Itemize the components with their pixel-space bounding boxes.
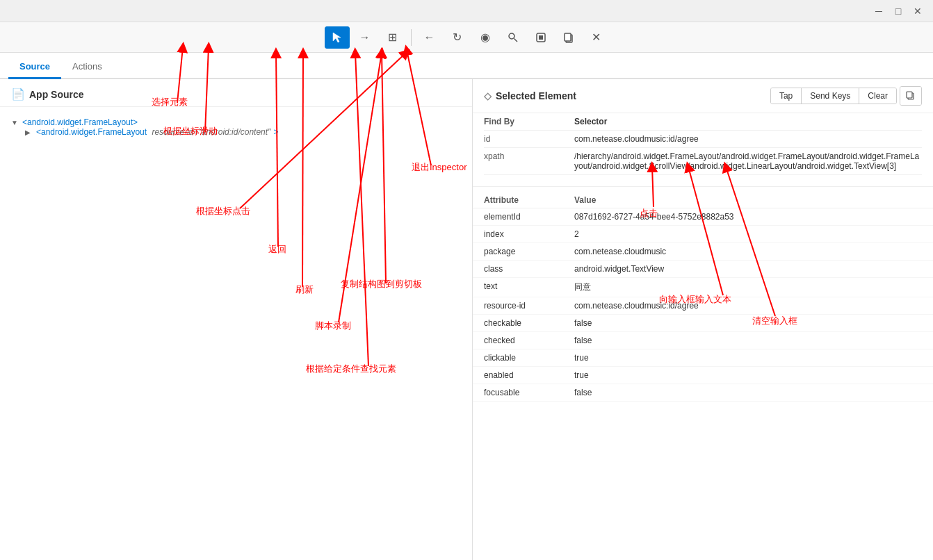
app-source-icon: 📄: [11, 88, 25, 101]
copy-xml-action: [900, 86, 922, 106]
swipe-button[interactable]: →: [352, 26, 378, 49]
selector-header-label: Selector: [574, 117, 607, 126]
attr-cell-value: 2: [574, 229, 922, 239]
tree-child-close: >: [273, 127, 278, 137]
value-col-header: Value: [574, 195, 922, 205]
tree-row-child[interactable]: ▶ <android.widget.FrameLayout resource-i…: [25, 127, 461, 137]
tree-child-tag: <android.widget.FrameLayout: [36, 127, 147, 137]
attr-cell-value: true: [574, 353, 922, 363]
attr-rows: elementId 087d1692-6727-4a54-bee4-5752e8…: [473, 208, 933, 402]
attr-row: checked false: [473, 332, 933, 349]
left-panel: 📄 App Source ▼ <android.widget.FrameLayo…: [0, 79, 473, 560]
copy-xml-icon-button[interactable]: [900, 87, 921, 105]
attr-cell-label: resource-id: [484, 301, 574, 311]
action-buttons: Tap Send Keys Clear: [770, 88, 897, 104]
attr-cell-label: index: [484, 229, 574, 239]
attr-cell-value: false: [574, 318, 922, 328]
attr-cell-label: elementId: [484, 212, 574, 222]
tree-toggle[interactable]: ▼: [11, 119, 19, 126]
attr-row: elementId 087d1692-6727-4a54-bee4-5752e8…: [473, 208, 933, 226]
minimize-button[interactable]: ─: [869, 1, 889, 21]
maximize-button[interactable]: □: [889, 1, 908, 21]
id-row: id com.netease.cloudmusic:id/agree: [484, 131, 922, 148]
attr-row: focusable false: [473, 384, 933, 402]
tree-tag-root: <android.widget.FrameLayout>: [22, 117, 138, 127]
attr-cell-label: checked: [484, 336, 574, 345]
attr-cell-value: android.widget.TextView: [574, 264, 922, 274]
attr-cell-label: enabled: [484, 370, 574, 380]
close-inspector-button[interactable]: ✕: [584, 26, 609, 49]
clear-button[interactable]: Clear: [859, 88, 896, 104]
toolbar: → ⊞ ← ↻ ◉ ✕: [0, 22, 933, 53]
search-button[interactable]: [501, 26, 526, 49]
tab-source[interactable]: Source: [8, 56, 61, 79]
attr-row: class android.widget.TextView: [473, 261, 933, 278]
copy-xml-button[interactable]: [556, 26, 581, 49]
action-buttons-group: Tap Send Keys Clear: [770, 86, 922, 106]
attr-cell-label: clickable: [484, 353, 574, 363]
send-keys-button[interactable]: Send Keys: [802, 88, 859, 104]
app-source-label: App Source: [29, 89, 84, 100]
inspect-button[interactable]: ◉: [473, 26, 498, 49]
attr-cell-label: class: [484, 264, 574, 274]
xpath-row: xpath /hierarchy/android.widget.FrameLay…: [484, 148, 922, 175]
attr-row: enabled true: [473, 367, 933, 384]
refresh-button[interactable]: ↻: [445, 26, 470, 49]
attr-cell-value: false: [574, 388, 922, 397]
attr-row: text 同意: [473, 278, 933, 297]
tree-child-toggle[interactable]: ▶: [25, 129, 33, 136]
main-content: 📄 App Source ▼ <android.widget.FrameLayo…: [0, 79, 933, 560]
attr-cell-value: 同意: [574, 281, 922, 293]
attr-cell-value: false: [574, 336, 922, 345]
close-button[interactable]: ✕: [908, 1, 927, 21]
titlebar: ─ □ ✕: [0, 0, 933, 22]
tree-children: ▶ <android.widget.FrameLayout resource-i…: [11, 127, 461, 137]
xpath-value: /hierarchy/android.widget.FrameLayout/an…: [574, 151, 922, 171]
svg-marker-0: [333, 33, 341, 42]
attr-row: package com.netease.cloudmusic: [473, 243, 933, 261]
svg-rect-6: [565, 33, 571, 41]
record-button[interactable]: [528, 26, 553, 49]
attr-cell-value: 087d1692-6727-4a54-bee4-5752e8882a53: [574, 212, 922, 222]
id-value: com.netease.cloudmusic:id/agree: [574, 134, 699, 144]
svg-line-2: [514, 38, 517, 42]
tree-item-root: ▼ <android.widget.FrameLayout> ▶ <androi…: [11, 115, 461, 139]
tree-row-framelayout[interactable]: ▼ <android.widget.FrameLayout>: [11, 117, 461, 127]
attr-row: index 2: [473, 226, 933, 243]
app-source-title: 📄 App Source: [0, 79, 472, 107]
select-button[interactable]: [325, 26, 350, 49]
svg-point-1: [509, 33, 514, 39]
attr-cell-label: package: [484, 247, 574, 256]
selected-element-header: ◇ Selected Element Tap Send Keys Clear: [473, 79, 933, 113]
attr-cell-value: true: [574, 370, 922, 380]
findby-header-label: Find By: [484, 117, 574, 126]
findby-header-row: Find By Selector: [484, 113, 922, 131]
attr-row: checkable false: [473, 315, 933, 332]
toolbar-separator: [411, 29, 412, 46]
attr-cell-value: com.netease.cloudmusic: [574, 247, 922, 256]
tap-button[interactable]: Tap: [771, 88, 802, 104]
xpath-label: xpath: [484, 151, 574, 161]
selected-element-icon: ◇: [484, 90, 492, 101]
screenshot-button[interactable]: ⊞: [380, 26, 405, 49]
right-panel: ◇ Selected Element Tap Send Keys Clear: [473, 79, 933, 560]
attributes-section: Attribute Value elementId 087d1692-6727-…: [473, 192, 933, 402]
svg-rect-4: [539, 35, 543, 40]
tabs-bar: Source Actions: [0, 53, 933, 79]
tree-area[interactable]: ▼ <android.widget.FrameLayout> ▶ <androi…: [0, 107, 472, 560]
tree-child-attr: resource-id="android:id/content": [149, 127, 270, 137]
find-by-section: Find By Selector id com.netease.cloudmus…: [473, 113, 933, 181]
id-label: id: [484, 134, 574, 144]
attr-header: Attribute Value: [473, 192, 933, 208]
selected-element-title: ◇ Selected Element: [484, 90, 576, 101]
attr-row: resource-id com.netease.cloudmusic:id/ag…: [473, 297, 933, 315]
attr-cell-label: text: [484, 281, 574, 293]
tab-actions[interactable]: Actions: [61, 56, 113, 79]
attr-cell-label: focusable: [484, 388, 574, 397]
svg-rect-8: [907, 92, 912, 98]
back-button[interactable]: ←: [417, 26, 442, 49]
attr-row: clickable true: [473, 349, 933, 367]
attr-cell-value: com.netease.cloudmusic:id/agree: [574, 301, 922, 311]
selected-element-label: Selected Element: [496, 90, 576, 101]
attr-cell-label: checkable: [484, 318, 574, 328]
